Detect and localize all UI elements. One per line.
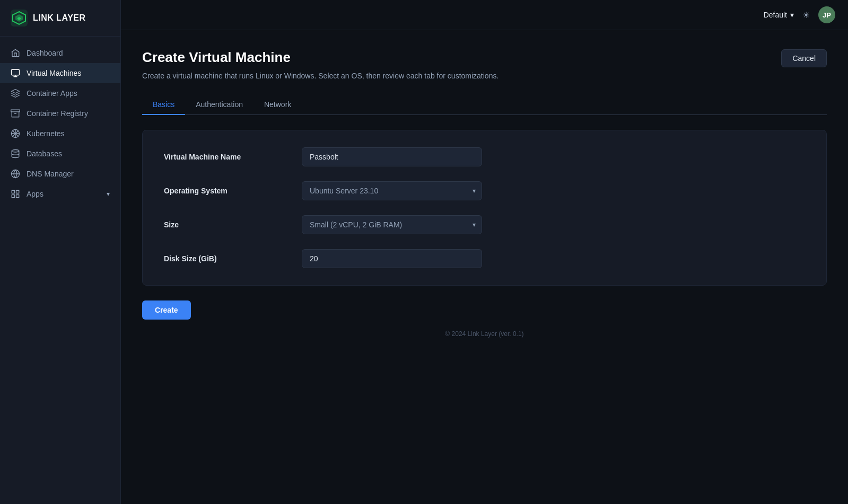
archive-icon xyxy=(11,109,20,118)
page-header: Create Virtual Machine Cancel xyxy=(142,49,827,67)
dns-icon xyxy=(11,169,20,179)
svg-rect-15 xyxy=(12,195,14,198)
size-select[interactable]: Small (2 vCPU, 2 GiB RAM) Medium (4 vCPU… xyxy=(302,215,482,234)
vm-name-row: Virtual Machine Name xyxy=(164,147,805,166)
workspace-chevron-icon: ▾ xyxy=(790,11,794,19)
disk-label: Disk Size (GiB) xyxy=(164,254,302,263)
size-control: Small (2 vCPU, 2 GiB RAM) Medium (4 vCPU… xyxy=(302,215,482,234)
page-content: Create Virtual Machine Cancel Create a v… xyxy=(121,30,848,504)
theme-toggle-button[interactable]: ☀ xyxy=(800,8,812,22)
sidebar: LINK LAYER Dashboard Virtual Machines Co… xyxy=(0,0,121,504)
sidebar-item-container-registry[interactable]: Container Registry xyxy=(0,103,120,123)
sidebar-item-container-registry-label: Container Registry xyxy=(27,109,88,118)
size-label: Size xyxy=(164,220,302,229)
sidebar-item-dashboard-label: Dashboard xyxy=(27,49,63,57)
size-select-wrapper: Small (2 vCPU, 2 GiB RAM) Medium (4 vCPU… xyxy=(302,215,482,234)
logo-icon xyxy=(11,10,28,26)
form-card: Virtual Machine Name Operating System Ub… xyxy=(142,130,827,286)
topbar: Default ▾ ☀ JP xyxy=(121,0,848,30)
workspace-label: Default xyxy=(764,11,787,19)
os-select-wrapper: Ubuntu Server 23.10 Ubuntu Server 22.04 … xyxy=(302,181,482,200)
layers-icon xyxy=(11,89,20,98)
page-subtitle: Create a virtual machine that runs Linux… xyxy=(142,72,827,80)
sidebar-nav: Dashboard Virtual Machines Container App… xyxy=(0,37,120,504)
kubernetes-icon xyxy=(11,129,20,138)
sidebar-item-container-apps-label: Container Apps xyxy=(27,89,77,98)
page-title: Create Virtual Machine xyxy=(142,49,291,66)
vm-name-input[interactable] xyxy=(302,147,482,166)
os-row: Operating System Ubuntu Server 23.10 Ubu… xyxy=(164,181,805,200)
sidebar-item-databases[interactable]: Databases xyxy=(0,144,120,164)
sidebar-item-dashboard[interactable]: Dashboard xyxy=(0,43,120,63)
avatar[interactable]: JP xyxy=(818,6,835,23)
sidebar-item-dns-manager-label: DNS Manager xyxy=(27,170,74,178)
tab-network[interactable]: Network xyxy=(253,95,302,115)
apps-chevron-icon: ▾ xyxy=(107,190,110,198)
os-select[interactable]: Ubuntu Server 23.10 Ubuntu Server 22.04 … xyxy=(302,181,482,200)
svg-point-10 xyxy=(12,150,19,153)
disk-size-input[interactable] xyxy=(302,249,482,268)
sidebar-logo: LINK LAYER xyxy=(0,0,120,37)
sidebar-item-virtual-machines[interactable]: Virtual Machines xyxy=(0,63,120,83)
grid-icon xyxy=(11,189,20,199)
sidebar-item-kubernetes[interactable]: Kubernetes xyxy=(0,123,120,144)
tabs-bar: Basics Authentication Network xyxy=(142,95,827,115)
svg-rect-14 xyxy=(16,190,19,193)
sidebar-item-dns-manager[interactable]: DNS Manager xyxy=(0,164,120,184)
logo-text: LINK LAYER xyxy=(33,13,86,23)
os-control: Ubuntu Server 23.10 Ubuntu Server 22.04 … xyxy=(302,181,482,200)
sidebar-item-container-apps[interactable]: Container Apps xyxy=(0,83,120,103)
monitor-icon xyxy=(11,68,20,78)
svg-rect-6 xyxy=(11,110,20,112)
tab-basics[interactable]: Basics xyxy=(142,95,185,115)
create-button[interactable]: Create xyxy=(142,300,191,320)
os-label: Operating System xyxy=(164,187,302,195)
svg-rect-16 xyxy=(16,195,19,198)
disk-row: Disk Size (GiB) xyxy=(164,249,805,268)
svg-rect-4 xyxy=(12,69,20,75)
database-icon xyxy=(11,149,20,158)
footer-text: © 2024 Link Layer (ver. 0.1) xyxy=(445,330,523,338)
disk-control xyxy=(302,249,482,268)
svg-marker-5 xyxy=(12,90,20,94)
home-icon xyxy=(11,48,20,58)
sidebar-item-apps[interactable]: Apps ▾ xyxy=(0,184,120,204)
sidebar-item-kubernetes-label: Kubernetes xyxy=(27,129,65,138)
vm-name-control xyxy=(302,147,482,166)
cancel-button[interactable]: Cancel xyxy=(781,49,827,67)
size-row: Size Small (2 vCPU, 2 GiB RAM) Medium (4… xyxy=(164,215,805,234)
main-area: Default ▾ ☀ JP Create Virtual Machine Ca… xyxy=(121,0,848,504)
workspace-selector[interactable]: Default ▾ xyxy=(764,11,794,19)
page-footer: © 2024 Link Layer (ver. 0.1) xyxy=(142,320,827,348)
vm-name-label: Virtual Machine Name xyxy=(164,153,302,161)
sidebar-item-databases-label: Databases xyxy=(27,149,62,158)
sidebar-item-apps-label: Apps xyxy=(27,190,43,198)
svg-rect-13 xyxy=(12,190,14,193)
tab-authentication[interactable]: Authentication xyxy=(185,95,253,115)
sidebar-item-virtual-machines-label: Virtual Machines xyxy=(27,69,81,77)
